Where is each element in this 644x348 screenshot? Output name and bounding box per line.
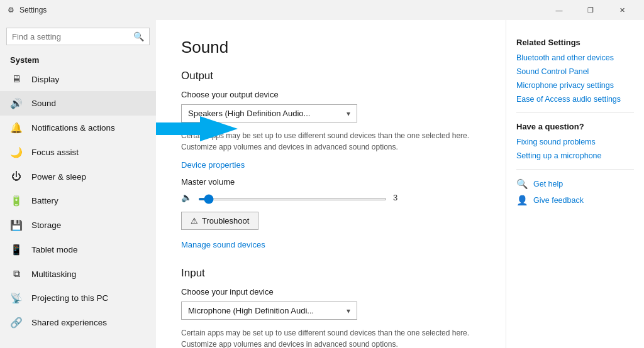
manage-devices-link[interactable]: Manage sound devices	[181, 240, 265, 249]
feedback-icon: 👤	[516, 195, 528, 206]
microphone-privacy-link[interactable]: Microphone privacy settings	[516, 81, 634, 90]
titlebar: ⚙ Settings — ❐ ✕	[0, 0, 644, 20]
sidebar-item-display[interactable]: 🖥 Display	[0, 67, 156, 91]
settings-icon: ⚙	[8, 6, 14, 14]
projecting-icon: 📡	[10, 292, 23, 304]
bluetooth-link[interactable]: Bluetooth and other devices	[516, 53, 634, 62]
have-a-question-title: Have a question?	[516, 122, 634, 131]
page-title: Sound	[181, 38, 480, 57]
warning-icon: ⚠	[191, 216, 198, 226]
sidebar-item-label: Power & sleep	[31, 172, 86, 182]
input-device-label: Choose your input device	[181, 287, 480, 296]
device-properties-link[interactable]: Device properties	[181, 160, 245, 170]
sidebar-item-storage[interactable]: 💾 Storage	[0, 213, 156, 237]
chevron-down-icon: ▾	[347, 109, 350, 118]
sidebar-item-projecting[interactable]: 📡 Projecting to this PC	[0, 286, 156, 310]
display-icon: 🖥	[10, 73, 23, 85]
volume-row: 🔈 3	[181, 192, 480, 203]
volume-slider-container	[198, 192, 387, 203]
volume-value: 3	[393, 193, 406, 202]
app-title: Settings	[19, 6, 47, 14]
sidebar-item-label: Projecting to this PC	[31, 293, 108, 303]
get-help-link[interactable]: 🔍 Get help	[516, 178, 634, 190]
output-heading: Output	[181, 70, 480, 82]
main-content: Sound Output Choose your output device S…	[156, 20, 506, 348]
search-icon: 🔍	[133, 31, 144, 41]
ease-of-access-link[interactable]: Ease of Access audio settings	[516, 95, 634, 104]
titlebar-left: ⚙ Settings	[8, 6, 47, 14]
sidebar-item-multitasking[interactable]: ⧉ Multitasking	[0, 262, 156, 286]
give-feedback-label: Give feedback	[533, 196, 584, 205]
troubleshoot-label: Troubleshoot	[202, 216, 249, 226]
search-box[interactable]: 🔍	[6, 28, 150, 45]
divider	[516, 112, 634, 113]
troubleshoot-button[interactable]: ⚠ Troubleshoot	[181, 212, 258, 230]
battery-icon: 🔋	[10, 195, 23, 207]
sidebar-item-focus[interactable]: 🌙 Focus assist	[0, 140, 156, 165]
output-device-select[interactable]: Speakers (High Definition Audio... ▾	[181, 104, 357, 122]
section-label: System	[0, 52, 156, 67]
notifications-icon: 🔔	[10, 122, 23, 134]
fixing-sound-link[interactable]: Fixing sound problems	[516, 138, 634, 146]
sidebar-item-tablet[interactable]: 📱 Tablet mode	[0, 237, 156, 262]
sidebar-item-label: Tablet mode	[31, 245, 78, 254]
give-feedback-link[interactable]: 👤 Give feedback	[516, 195, 634, 206]
search-input[interactable]	[12, 32, 130, 41]
app-container: 🔍 System 🖥 Display 🔊 Sound 🔔 Notificatio…	[0, 20, 644, 348]
focus-icon: 🌙	[10, 146, 23, 158]
help-icon: 🔍	[516, 178, 528, 190]
sidebar-item-label: Focus assist	[31, 148, 79, 157]
output-desc: Certain apps may be set up to use differ…	[181, 130, 480, 153]
volume-label: Master volume	[181, 177, 480, 187]
maximize-button[interactable]: ❐	[576, 0, 605, 20]
sidebar-item-label: Storage	[31, 220, 61, 230]
sidebar-item-label: Battery	[31, 196, 58, 205]
sidebar-item-shared[interactable]: 🔗 Shared experiences	[0, 310, 156, 335]
titlebar-controls: — ❐ ✕	[545, 0, 636, 20]
shared-icon: 🔗	[10, 317, 23, 329]
divider2	[516, 169, 634, 170]
volume-icon: 🔈	[181, 192, 192, 202]
output-device-value: Speakers (High Definition Audio...	[188, 109, 310, 118]
sound-icon: 🔊	[10, 97, 23, 109]
close-button[interactable]: ✕	[608, 0, 636, 20]
input-desc: Certain apps may be set up to use differ…	[181, 327, 480, 348]
sidebar-item-label: Display	[31, 75, 59, 84]
sidebar: 🔍 System 🖥 Display 🔊 Sound 🔔 Notificatio…	[0, 20, 156, 348]
sidebar-item-label: Multitasking	[31, 269, 76, 279]
sidebar-item-notifications[interactable]: 🔔 Notifications & actions	[0, 116, 156, 140]
sidebar-item-sound[interactable]: 🔊 Sound	[0, 91, 156, 116]
input-heading: Input	[181, 267, 480, 280]
output-device-label: Choose your output device	[181, 90, 480, 99]
volume-section: Master volume 🔈 3	[181, 177, 480, 203]
minimize-button[interactable]: —	[545, 0, 574, 20]
sidebar-item-battery[interactable]: 🔋 Battery	[0, 188, 156, 213]
right-panel: Related Settings Bluetooth and other dev…	[506, 20, 644, 348]
chevron-down-icon: ▾	[347, 307, 350, 315]
input-device-select[interactable]: Microphone (High Definition Audi... ▾	[181, 302, 357, 320]
sidebar-item-label: Sound	[31, 99, 56, 108]
microphone-setup-link[interactable]: Setting up a microphone	[516, 151, 634, 160]
volume-slider[interactable]	[198, 198, 387, 200]
storage-icon: 💾	[10, 219, 23, 231]
sidebar-item-power[interactable]: ⏻ Power & sleep	[0, 165, 156, 188]
related-settings-title: Related Settings	[516, 38, 634, 47]
sound-control-panel-link[interactable]: Sound Control Panel	[516, 67, 634, 76]
tablet-icon: 📱	[10, 244, 23, 256]
input-device-value: Microphone (High Definition Audi...	[188, 306, 314, 315]
multitasking-icon: ⧉	[10, 268, 23, 280]
sidebar-item-label: Notifications & actions	[31, 123, 115, 133]
get-help-label: Get help	[533, 180, 563, 188]
sidebar-item-label: Shared experiences	[31, 318, 107, 327]
power-icon: ⏻	[10, 171, 23, 182]
